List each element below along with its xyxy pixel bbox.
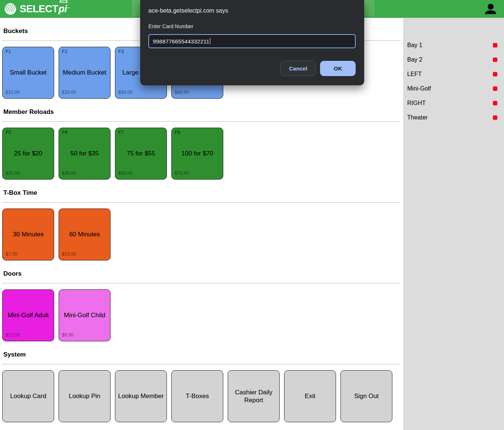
status-indicator-icon [493,101,497,105]
pos-button-label: Sign Out [354,392,379,400]
pos-button-mini-golf-child[interactable]: Mini-Golf Child$5.00 [59,289,111,341]
bay-label: Mini-Golf [407,85,493,92]
pos-button-price: $12.00 [6,332,20,338]
bay-status-sidebar: Bay 1Bay 2LEFTMini-GolfRIGHTTheater [403,18,504,430]
pos-button-label: 100 for $70 [181,150,213,157]
pos-button-label: Cashier Daily Report [230,388,278,404]
pos-button-label: 60 Minutes [69,230,100,238]
pos-button-small-bucket[interactable]: F1Small Bucket$10.00 [2,47,54,99]
pos-button-100-for-70[interactable]: F8100 for $70$70.00 [171,128,223,180]
fkey-label: F6 [62,130,67,136]
pos-button-lookup-member[interactable]: Lookup Member [115,370,167,422]
golf-ball-icon [4,2,17,16]
fkey-label: F7 [118,130,124,136]
ok-button[interactable]: OK [320,61,356,76]
bay-label: LEFT [407,71,493,78]
card-number-input[interactable]: 998877665544332211 [148,34,356,48]
section-title: Member Reloads [3,108,401,116]
pos-button-price: $10.00 [6,90,20,96]
bay-label: Theater [407,114,493,121]
brand-badge: ACE [59,0,69,4]
pos-button-label: Lookup Member [118,392,164,400]
fkey-label: F5 [6,130,11,136]
dialog-title: ace-beta.getselectpi.com says [148,7,356,14]
brand-trademark: ™ [67,7,70,10]
pos-button-sign-out[interactable]: Sign Out [340,370,392,422]
status-indicator-icon [493,115,497,120]
status-indicator-icon [493,43,497,47]
pos-button-price: $30.00 [118,90,132,96]
fkey-label: F1 [6,49,11,55]
pos-button-label: Mini-Golf Child [64,311,105,319]
pos-button-cashier-daily-report[interactable]: Cashier Daily Report [228,370,280,422]
pos-button-label: Exit [305,392,315,400]
user-avatar-icon[interactable] [484,2,498,17]
pos-button-label: Lookup Card [10,392,46,400]
pos-button-label: 30 Minutes [13,230,43,238]
section-doors: DoorsMini-Golf Adult$12.00Mini-Golf Chil… [2,270,401,341]
pos-button-label: 50 for $35 [70,150,99,157]
pos-button-lookup-pin[interactable]: Lookup Pin [59,370,111,422]
section-member-reloads: Member ReloadsF525 for $20$20.00F650 for… [2,108,401,180]
bay-label: Bay 2 [407,56,493,63]
pos-button-price: $15.00 [62,252,76,257]
card-number-value: 998877665544332211 [153,38,210,45]
pos-button-lookup-card[interactable]: Lookup Card [2,370,54,422]
pos-button-price: $20.00 [62,90,76,96]
status-indicator-icon [493,58,497,62]
dialog-message: Enter Card Number [148,23,356,29]
pos-button-60-minutes[interactable]: 60 Minutes$15.00 [59,209,111,260]
section-title: System [3,351,401,359]
pos-button-label: 75 for $55 [127,150,155,157]
pos-button-price: $40.00 [175,90,189,96]
section-title: Doors [3,270,401,278]
bay-row-left[interactable]: LEFT [403,67,504,81]
pos-button-25-for-20[interactable]: F525 for $20$20.00 [2,128,54,180]
fkey-label: F2 [62,49,67,55]
status-indicator-icon [493,72,497,76]
pos-button-label: Mini-Golf Adult [8,311,49,319]
pos-button-medium-bucket[interactable]: F2Medium Bucket$20.00 [59,47,111,99]
pos-button-label: 25 for $20 [14,150,43,157]
brand-name: SELECT [20,4,58,14]
pos-button-label: T-Boxes [186,392,209,400]
brand-logo: SELECTACEpi™ [4,2,70,16]
bay-label: Bay 1 [407,42,493,49]
pos-button-price: $20.00 [6,171,20,177]
section-divider [2,202,401,203]
bay-row-theater[interactable]: Theater [403,110,504,125]
section-t-box-time: T-Box Time30 Minutes$7.0060 Minutes$15.0… [2,189,401,260]
pos-button-label: Small Bucket [10,69,46,76]
status-indicator-icon [493,86,497,91]
text-caret [210,38,211,45]
pos-button-price: $5.00 [62,332,73,338]
pos-button-75-for-55[interactable]: F775 for $55$55.00 [115,128,167,180]
section-divider [2,121,401,122]
pos-button-price: $70.00 [175,171,189,177]
bay-row-mini-golf[interactable]: Mini-Golf [403,81,504,96]
browser-prompt-dialog: ace-beta.getselectpi.com says Enter Card… [140,0,364,85]
pos-button-mini-golf-adult[interactable]: Mini-Golf Adult$12.00 [2,289,54,341]
pos-button-t-boxes[interactable]: T-Boxes [171,370,223,422]
pos-button-price: $35.00 [62,171,76,177]
pos-button-30-minutes[interactable]: 30 Minutes$7.00 [2,209,54,260]
section-title: T-Box Time [3,189,401,197]
fkey-label: F8 [175,130,180,136]
bay-row-right[interactable]: RIGHT [403,96,504,110]
pos-button-label: Lookup Pin [69,392,100,400]
bay-row-bay-2[interactable]: Bay 2 [403,52,504,67]
brand-pi: pi [59,3,67,14]
bay-row-bay-1[interactable]: Bay 1 [403,38,504,52]
section-system: SystemLookup CardLookup PinLookup Member… [2,351,401,422]
section-divider [2,283,401,283]
pos-button-exit[interactable]: Exit [284,370,336,422]
section-divider [2,364,401,364]
pos-button-price: $7.00 [6,252,17,257]
bay-label: RIGHT [407,100,493,106]
cancel-button[interactable]: Cancel [280,61,316,76]
pos-button-price: $55.00 [118,171,132,177]
pos-button-50-for-35[interactable]: F650 for $35$35.00 [59,128,111,180]
pos-button-label: Medium Bucket [63,69,106,76]
fkey-label: F3 [118,49,124,55]
